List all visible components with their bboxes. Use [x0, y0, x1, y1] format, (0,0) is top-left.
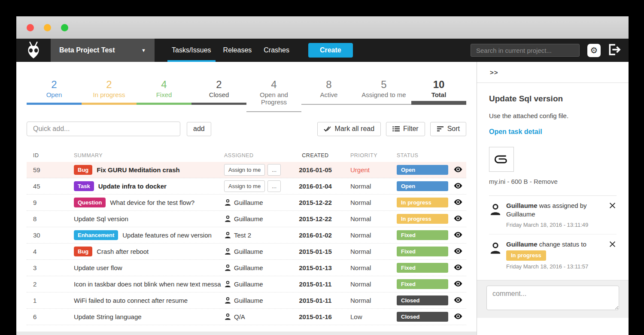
minimize-window-button[interactable] — [44, 24, 51, 31]
task-priority: Normal — [344, 280, 392, 288]
task-id: 45 — [27, 183, 74, 190]
stat-underline-bar — [191, 103, 246, 105]
task-row[interactable]: 4BugCrash after rebootGuillaume2015-01-1… — [27, 244, 466, 260]
task-row[interactable]: 2Icon in taskbar does not blink when new… — [27, 276, 466, 292]
watch-button[interactable] — [453, 312, 464, 322]
more-options-button[interactable]: ... — [267, 164, 281, 176]
watch-button[interactable] — [453, 296, 464, 305]
task-row[interactable]: 30EnhancementUpdate features of new vers… — [27, 227, 466, 244]
dismiss-activity-button[interactable] — [608, 240, 617, 250]
task-row[interactable]: 8Update Sql versionGuillaume2015-12-22No… — [27, 211, 466, 227]
task-priority: Normal — [344, 264, 392, 271]
search-input[interactable] — [471, 44, 580, 57]
person-icon — [224, 248, 231, 255]
stat-open-and-progress[interactable]: 4Open and Progress — [246, 79, 301, 112]
person-icon — [489, 242, 502, 255]
tab-releases[interactable]: Releases — [217, 39, 258, 62]
stat-value: 2 — [82, 79, 137, 90]
header-id: ID — [27, 152, 74, 158]
task-id: 3 — [27, 264, 74, 271]
mark-all-read-button[interactable]: Mark all read — [317, 122, 381, 136]
stat-total[interactable]: 10Total — [411, 79, 466, 112]
assignee-name: Guillaume — [234, 248, 263, 255]
sidebar-collapse-button[interactable]: >> — [477, 62, 629, 83]
stat-label: In progress — [82, 91, 137, 98]
comment-input[interactable] — [486, 286, 619, 310]
activity-text: Guillaume was assigned by GuillaumeFrida… — [506, 201, 608, 228]
task-id: 6 — [27, 313, 74, 320]
task-row[interactable]: 1WiFi failed to auto connect after resum… — [27, 292, 466, 309]
attachment-info[interactable]: my.ini - 600 B - Remove — [489, 178, 617, 185]
eye-icon — [453, 248, 463, 254]
task-summary-cell: BugCrash after reboot — [74, 247, 224, 256]
stat-in-progress[interactable]: 2In progress — [82, 79, 137, 112]
stat-closed[interactable]: 2Closed — [191, 79, 246, 112]
create-button[interactable]: Create — [308, 43, 353, 58]
settings-button[interactable]: ⚙ — [587, 44, 601, 57]
task-summary: Update user flow — [74, 264, 122, 271]
task-watch-cell — [450, 214, 466, 224]
person-icon — [224, 313, 231, 320]
task-status-cell: Fixed — [392, 263, 450, 273]
task-status-cell: Closed — [392, 295, 450, 305]
task-row[interactable]: 45TaskUpdate infra to dockerAssign to me… — [27, 178, 466, 195]
tab-crashes[interactable]: Crashes — [258, 39, 295, 62]
filter-button[interactable]: Filter — [386, 122, 425, 136]
watch-button[interactable] — [453, 165, 464, 175]
person-icon — [224, 215, 231, 222]
task-row[interactable]: 9QuestionWhat device for the test flow?G… — [27, 195, 466, 211]
watch-button[interactable] — [453, 182, 464, 191]
stat-open[interactable]: 2Open — [27, 79, 82, 112]
stat-value: 2 — [191, 79, 246, 90]
watch-button[interactable] — [453, 280, 464, 289]
stat-active[interactable]: 8Active — [301, 79, 356, 112]
detail-sidebar: >> Update Sql version Use the attached c… — [477, 62, 629, 335]
stat-fixed[interactable]: 4Fixed — [137, 79, 191, 112]
person-icon — [224, 231, 231, 239]
quick-add-input[interactable] — [27, 122, 180, 136]
task-status-cell: Fixed — [392, 279, 450, 289]
stat-underline — [82, 101, 137, 105]
eye-icon — [453, 297, 463, 303]
header-created: CREATED — [286, 152, 344, 158]
more-options-button[interactable]: ... — [267, 180, 281, 192]
person-icon — [224, 280, 231, 288]
task-row[interactable]: 3Update user flowGuillaume2015-01-13Norm… — [27, 260, 466, 276]
dismiss-activity-button[interactable] — [608, 201, 617, 211]
eye-icon — [453, 215, 463, 222]
status-badge: Fixed — [397, 279, 448, 289]
tab-tasks-issues[interactable]: Tasks/Issues — [166, 39, 217, 62]
task-assigned-cell: Guillaume — [224, 297, 286, 304]
toolbar-right: Mark all read Filter Sort — [317, 122, 466, 136]
task-summary-cell: WiFi failed to auto connect after resume — [74, 297, 224, 304]
task-assigned-cell: Guillaume — [224, 280, 286, 288]
sort-button[interactable]: Sort — [430, 122, 466, 136]
person-icon — [489, 203, 502, 216]
watch-button[interactable] — [453, 263, 464, 273]
open-task-detail-link[interactable]: Open task detail — [489, 128, 617, 136]
stat-assigned-to-me[interactable]: 5Assigned to me — [356, 79, 411, 112]
zoom-window-button[interactable] — [61, 24, 68, 31]
task-status-cell: Fixed — [392, 230, 450, 240]
watch-button[interactable] — [453, 247, 464, 256]
status-badge: Fixed — [397, 263, 448, 273]
watch-button[interactable] — [453, 214, 464, 224]
status-badge: Closed — [397, 312, 448, 322]
attachment-thumbnail[interactable] — [489, 147, 514, 172]
watch-button[interactable] — [453, 198, 464, 207]
filter-label: Filter — [403, 125, 419, 133]
task-row[interactable]: 6Update String languageQ/A2015-01-16LowC… — [27, 309, 466, 325]
assign-to-me-button[interactable]: Assign to me — [224, 180, 265, 192]
task-assigned-cell: Assign to me... — [224, 180, 286, 192]
task-created-date: 2015-12-22 — [286, 199, 344, 206]
logout-button[interactable] — [608, 43, 621, 58]
close-window-button[interactable] — [27, 24, 34, 31]
task-priority: Low — [344, 313, 392, 320]
task-row[interactable]: 59BugFix GURU Meditation crashAssign to … — [27, 162, 466, 178]
add-button[interactable]: add — [187, 122, 211, 136]
assignee-name: Q/A — [234, 313, 245, 320]
watch-button[interactable] — [453, 231, 464, 240]
project-selector[interactable]: Beta Project Test ▼ — [51, 39, 155, 62]
task-watch-cell — [450, 263, 466, 273]
assign-to-me-button[interactable]: Assign to me — [224, 164, 265, 176]
